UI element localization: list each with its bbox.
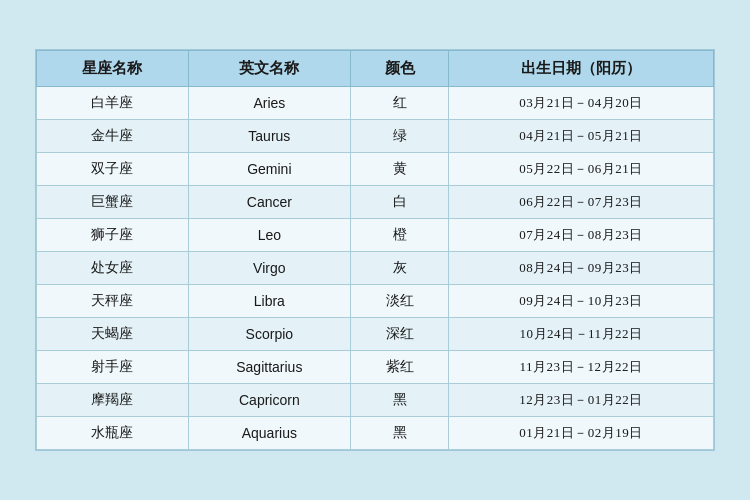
cell-english-name: Leo [188,219,351,252]
cell-dates: 06月22日－07月23日 [449,186,714,219]
table-row: 水瓶座Aquarius黑01月21日－02月19日 [37,417,714,450]
cell-english-name: Sagittarius [188,351,351,384]
table-row: 巨蟹座Cancer白06月22日－07月23日 [37,186,714,219]
cell-chinese-name: 天秤座 [37,285,189,318]
header-chinese-name: 星座名称 [37,51,189,87]
cell-chinese-name: 白羊座 [37,87,189,120]
cell-chinese-name: 处女座 [37,252,189,285]
cell-color: 紫红 [351,351,449,384]
cell-color: 黑 [351,384,449,417]
cell-color: 红 [351,87,449,120]
cell-color: 黄 [351,153,449,186]
cell-english-name: Scorpio [188,318,351,351]
cell-dates: 09月24日－10月23日 [449,285,714,318]
table-row: 双子座Gemini黄05月22日－06月21日 [37,153,714,186]
cell-dates: 11月23日－12月22日 [449,351,714,384]
zodiac-table: 星座名称 英文名称 颜色 出生日期（阳历） 白羊座Aries红03月21日－04… [36,50,714,450]
cell-color: 橙 [351,219,449,252]
table-row: 狮子座Leo橙07月24日－08月23日 [37,219,714,252]
cell-dates: 01月21日－02月19日 [449,417,714,450]
cell-chinese-name: 狮子座 [37,219,189,252]
cell-english-name: Cancer [188,186,351,219]
cell-color: 灰 [351,252,449,285]
cell-english-name: Taurus [188,120,351,153]
header-color: 颜色 [351,51,449,87]
cell-english-name: Aries [188,87,351,120]
cell-dates: 03月21日－04月20日 [449,87,714,120]
header-birth-date: 出生日期（阳历） [449,51,714,87]
cell-color: 黑 [351,417,449,450]
cell-dates: 12月23日－01月22日 [449,384,714,417]
table-row: 天秤座Libra淡红09月24日－10月23日 [37,285,714,318]
cell-english-name: Libra [188,285,351,318]
cell-english-name: Capricorn [188,384,351,417]
zodiac-table-container: 星座名称 英文名称 颜色 出生日期（阳历） 白羊座Aries红03月21日－04… [35,49,715,451]
cell-dates: 10月24日－11月22日 [449,318,714,351]
table-row: 天蝎座Scorpio深红10月24日－11月22日 [37,318,714,351]
cell-english-name: Virgo [188,252,351,285]
cell-chinese-name: 射手座 [37,351,189,384]
cell-dates: 05月22日－06月21日 [449,153,714,186]
cell-english-name: Aquarius [188,417,351,450]
cell-color: 绿 [351,120,449,153]
table-row: 金牛座Taurus绿04月21日－05月21日 [37,120,714,153]
header-english-name: 英文名称 [188,51,351,87]
cell-chinese-name: 金牛座 [37,120,189,153]
cell-chinese-name: 双子座 [37,153,189,186]
cell-english-name: Gemini [188,153,351,186]
cell-chinese-name: 天蝎座 [37,318,189,351]
cell-dates: 08月24日－09月23日 [449,252,714,285]
cell-dates: 04月21日－05月21日 [449,120,714,153]
cell-color: 白 [351,186,449,219]
cell-color: 淡红 [351,285,449,318]
cell-chinese-name: 巨蟹座 [37,186,189,219]
table-row: 摩羯座Capricorn黑12月23日－01月22日 [37,384,714,417]
table-body: 白羊座Aries红03月21日－04月20日金牛座Taurus绿04月21日－0… [37,87,714,450]
cell-dates: 07月24日－08月23日 [449,219,714,252]
table-row: 处女座Virgo灰08月24日－09月23日 [37,252,714,285]
table-row: 白羊座Aries红03月21日－04月20日 [37,87,714,120]
table-row: 射手座Sagittarius紫红11月23日－12月22日 [37,351,714,384]
table-header-row: 星座名称 英文名称 颜色 出生日期（阳历） [37,51,714,87]
cell-chinese-name: 摩羯座 [37,384,189,417]
cell-chinese-name: 水瓶座 [37,417,189,450]
cell-color: 深红 [351,318,449,351]
